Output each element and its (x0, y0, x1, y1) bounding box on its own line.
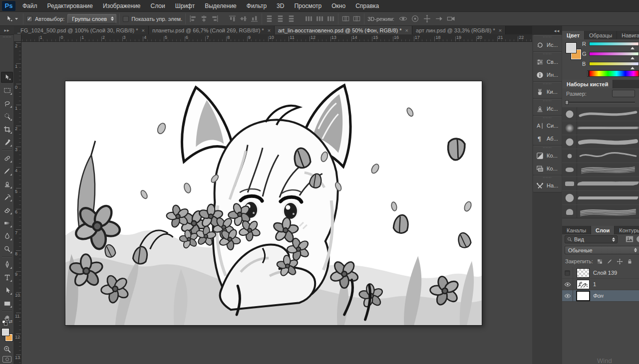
align-right-button[interactable] (211, 14, 219, 23)
brush-preset-row[interactable] (562, 135, 639, 149)
menu-item[interactable]: Окно (326, 0, 350, 12)
distribute-middle-button[interactable] (276, 14, 285, 23)
dock-panel-button-tool-presets[interactable]: На... (533, 179, 562, 192)
layer-thumbnail[interactable] (577, 268, 590, 278)
layer-row[interactable]: 1 (562, 279, 639, 290)
layer-row-selected[interactable]: Фон (562, 290, 639, 302)
tool-healing-brush[interactable] (1, 153, 13, 164)
dock-panel-button-properties[interactable]: Св... (533, 55, 562, 68)
menu-item[interactable]: Шрифт (170, 0, 200, 12)
brush-preset-row[interactable] (562, 107, 639, 121)
tool-gradient[interactable] (1, 217, 13, 228)
menu-item[interactable]: Выделение (200, 0, 242, 12)
green-slider[interactable] (589, 52, 639, 56)
slider-thumb[interactable] (565, 100, 569, 105)
close-icon[interactable]: × (142, 27, 145, 33)
menu-item[interactable]: 3D (272, 0, 289, 12)
tool-zoom[interactable] (1, 344, 13, 355)
tool-move[interactable] (1, 72, 13, 83)
tool-brush[interactable] (1, 166, 13, 177)
3d-roll-icon[interactable] (410, 14, 420, 23)
dock-panel-button-info[interactable]: Ин... (533, 68, 562, 81)
3d-slide-icon[interactable] (434, 14, 444, 23)
brush-preset-row[interactable] (562, 149, 639, 163)
align-center-h-button[interactable] (200, 14, 208, 23)
menu-item[interactable]: Изображение (98, 0, 146, 12)
tool-pen[interactable] (1, 259, 13, 270)
layer-name[interactable]: Фон (593, 293, 604, 299)
layer-thumbnail[interactable] (577, 291, 590, 301)
current-tool-button[interactable] (3, 15, 20, 23)
tab-swatches[interactable]: Образцы (585, 31, 617, 39)
tool-quick-selection[interactable] (1, 111, 13, 122)
tool-dodge[interactable] (1, 243, 13, 254)
brush-preset-list[interactable] (562, 107, 639, 218)
tool-history-brush[interactable] (1, 191, 13, 202)
tool-rectangular-marquee[interactable] (1, 85, 13, 96)
dock-panel-button-clone-source[interactable]: Ис... (533, 102, 562, 115)
tool-clone-stamp[interactable] (1, 179, 13, 189)
close-icon[interactable]: × (499, 27, 502, 33)
align-left-button[interactable] (189, 14, 197, 23)
lock-position-icon[interactable] (617, 258, 623, 265)
document-tab[interactable]: планеты.psd @ 66,7% (Слой 269, RGB/8#) *… (149, 26, 275, 35)
lock-transparency-icon[interactable] (597, 258, 603, 265)
brush-size-slider[interactable] (566, 102, 635, 103)
document-tab[interactable]: _FG_1024_500.psd @ 100% (Слой 30, RGB/8)… (14, 26, 149, 35)
auto-align-layers-button[interactable] (341, 14, 350, 23)
3d-pan-icon[interactable] (422, 14, 432, 23)
brush-preset-row[interactable] (562, 163, 639, 177)
menu-item[interactable]: Справка (350, 0, 384, 12)
brush-preset-row[interactable] (562, 177, 639, 191)
show-transform-controls-checkbox[interactable] (123, 16, 129, 22)
pasteboard[interactable] (21, 42, 532, 364)
dock-collapse-button[interactable]: ◀◀ (532, 26, 562, 35)
red-slider[interactable] (589, 42, 639, 46)
dock-panel-button-character[interactable]: Си... (533, 119, 562, 132)
lock-all-icon[interactable] (627, 258, 633, 265)
tab-layers[interactable]: Слои (591, 226, 615, 234)
layer-name[interactable]: Слой 139 (593, 270, 617, 276)
dock-panel-button-adjustments[interactable]: Ко... (533, 149, 562, 162)
layer-name[interactable]: 1 (593, 281, 596, 287)
close-icon[interactable]: × (405, 27, 408, 33)
document-tab-active[interactable]: art_lin-восстановлено.psd @ 50% (Фон, RG… (275, 26, 412, 35)
layer-visibility-toggle[interactable] (562, 290, 573, 302)
dock-panel-button-paragraph[interactable]: Аб... (533, 132, 562, 145)
filter-by-adjustment-icon[interactable] (637, 236, 639, 242)
layer-filter-dropdown[interactable]: Вид (565, 235, 618, 243)
foreground-color-swatch[interactable] (566, 42, 577, 53)
toolbar-collapse-button[interactable]: ▶▶ (0, 26, 14, 35)
layer-row[interactable]: Слой 139 (562, 267, 639, 279)
document-canvas[interactable] (65, 81, 482, 326)
blue-slider[interactable] (589, 62, 639, 66)
autoselect-checkbox[interactable]: ✓ (26, 16, 32, 22)
vertical-ruler[interactable]: 21012345678910111213 (14, 42, 21, 364)
horizontal-ruler[interactable]: 21012345678910111213141516171819202122 (14, 34, 532, 42)
brush-preset-row[interactable] (562, 191, 639, 205)
distribute-center-button[interactable] (316, 14, 324, 23)
3d-camera-icon[interactable] (446, 14, 456, 23)
tab-channels[interactable]: Каналы (562, 226, 591, 234)
menu-item[interactable]: Слои (146, 0, 170, 12)
tool-type[interactable] (1, 272, 13, 283)
menu-item[interactable]: Редактирование (42, 0, 98, 12)
layer-visibility-toggle[interactable] (562, 267, 573, 279)
panel-grip[interactable] (3, 36, 11, 37)
menu-item[interactable]: Файл (17, 0, 42, 12)
distribute-bottom-button[interactable] (287, 14, 296, 23)
auto-align-layers-button[interactable] (352, 14, 361, 23)
quick-mask-button[interactable] (2, 356, 11, 363)
tool-eyedropper[interactable] (1, 137, 13, 148)
tool-path-selection[interactable] (1, 285, 13, 296)
tab-color[interactable]: Цвет (562, 31, 585, 39)
brush-preset-row[interactable] (562, 121, 639, 135)
swap-colors-icon[interactable]: ⇄ (8, 319, 12, 324)
slider-thumb[interactable] (631, 67, 635, 69)
tool-eraser[interactable] (1, 204, 13, 215)
menu-item[interactable]: Фильтр (242, 0, 272, 12)
layer-visibility-toggle[interactable] (562, 279, 573, 290)
menu-item[interactable]: Просмотр (289, 0, 326, 12)
slider-thumb[interactable] (631, 47, 635, 49)
document-tab[interactable]: арт лин.psd @ 33,3% (RGB/8) * × (412, 26, 506, 35)
